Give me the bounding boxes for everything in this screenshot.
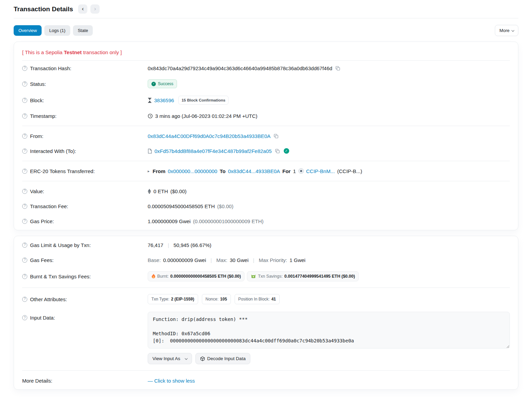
transaction-fee-amount: 0.000050945000458505 ETH — [148, 203, 215, 209]
help-icon[interactable]: ? — [22, 189, 27, 194]
help-icon[interactable]: ? — [22, 243, 27, 248]
copy-icon[interactable] — [274, 149, 281, 154]
transfer-from-address-link[interactable]: 0x000000...00000000 — [168, 168, 217, 174]
transfer-from-label: From — [153, 168, 166, 174]
help-icon[interactable]: ? — [22, 258, 27, 263]
transaction-fee-usd: ($0.00) — [217, 203, 234, 209]
help-glyph: ? — [24, 258, 26, 262]
view-input-as-label: View Input As — [152, 356, 180, 361]
decode-input-data-label: Decode Input Data — [207, 356, 246, 361]
transfer-to-label: To — [220, 168, 225, 174]
view-input-as-button[interactable]: View Input As — [148, 353, 192, 364]
row-gas-limit-usage: ? Gas Limit & Usage by Txn: 76,417 | 50,… — [22, 237, 510, 252]
tab-logs[interactable]: Logs (1) — [44, 25, 70, 36]
nonce-value: 105 — [220, 297, 227, 302]
position-value: 41 — [271, 297, 276, 302]
status-value: Success — [158, 81, 173, 86]
gas-max-value: 30 Gwei — [230, 257, 249, 263]
help-icon[interactable]: ? — [22, 315, 27, 320]
help-glyph: ? — [24, 275, 26, 278]
help-glyph: ? — [24, 98, 26, 102]
banner-prefix: [ This is a Sepolia — [22, 49, 64, 55]
status-label: Status: — [30, 81, 46, 87]
help-glyph: ? — [24, 243, 26, 247]
page-header: Transaction Details ‹ › — [14, 0, 518, 18]
row-status: ? Status: ✓ Success — [22, 76, 510, 92]
copy-icon[interactable] — [273, 134, 279, 139]
status-badge: ✓ Success — [148, 79, 177, 88]
divider — [22, 126, 510, 126]
next-transaction-button[interactable]: › — [90, 4, 100, 14]
row-gas-fees: ? Gas Fees: Base: 0.000000009 Gwei | Max… — [22, 252, 510, 267]
chevron-right-icon: › — [94, 6, 96, 12]
row-burnt-savings: ? Burnt & Txn Savings Fees: Burnt: 0.000… — [22, 267, 510, 285]
help-glyph: ? — [24, 204, 26, 208]
erc20-transfers-label: ERC-20 Tokens Transferred: — [30, 168, 95, 174]
tab-state[interactable]: State — [73, 25, 93, 36]
contract-address-link[interactable]: 0xFd57b4ddBf88a4e07fF4e34C487b99af2Fe82a… — [154, 148, 272, 154]
burnt-label: Burnt: — [157, 274, 168, 279]
help-glyph: ? — [24, 114, 26, 118]
check-circle-icon: ✓ — [151, 82, 156, 86]
divider — [22, 181, 510, 181]
more-button[interactable]: More — [495, 25, 518, 36]
gas-priority-value: 1 Gwei — [290, 257, 306, 263]
help-icon[interactable]: ? — [22, 113, 27, 119]
help-glyph: ? — [24, 316, 26, 320]
row-value: ? Value: 0 ETH ($0.00) — [22, 184, 510, 199]
input-data-textarea[interactable]: Function: drip(address token) *** Method… — [148, 312, 510, 349]
row-input-data: ? Input Data: Function: drip(address tok… — [22, 308, 510, 368]
transaction-hash-label: Transaction Hash: — [30, 65, 71, 71]
separator: | — [253, 257, 254, 263]
token-symbol: (CCIP-B...) — [337, 168, 362, 174]
input-data-actions: View Input As Decode Input Data — [148, 353, 510, 364]
gas-price-eth: (0.000000001000000009 ETH) — [193, 218, 264, 224]
other-attributes-label: Other Attributes: — [30, 296, 67, 302]
value-label: Value: — [30, 188, 44, 194]
caret-right-icon: ▸ — [148, 169, 150, 173]
verified-check-icon: ✓ — [284, 148, 289, 154]
from-address-link[interactable]: 0x83dC44a4C00DFf69d0A0c7c94B20b53a4933BE… — [148, 133, 270, 139]
help-icon[interactable]: ? — [22, 204, 27, 209]
row-erc20-transfers: ? ERC-20 Tokens Transferred: ▸ From 0x00… — [22, 164, 510, 179]
decode-input-data-button[interactable]: Decode Input Data — [195, 353, 251, 364]
timestamp-value: 3 mins ago (Jul-06-2023 01:02:24 PM +UTC… — [155, 113, 257, 119]
block-number-link[interactable]: 3836596 — [154, 97, 174, 103]
help-icon[interactable]: ? — [22, 134, 27, 139]
value-amount: 0 ETH — [153, 188, 168, 194]
testnet-banner: [ This is a Sepolia Testnet transaction … — [22, 43, 510, 61]
show-less-toggle-link[interactable]: — Click to show less — [148, 378, 195, 384]
help-icon[interactable]: ? — [22, 274, 27, 279]
txn-savings-badge: Txn Savings: 0.001477404999541495 ETH ($… — [247, 271, 358, 281]
gas-base-value: 0.000000009 Gwei — [163, 257, 206, 263]
input-data-label: Input Data: — [30, 315, 55, 321]
money-wings-icon — [251, 274, 256, 278]
timestamp-label: Timestamp: — [30, 113, 57, 119]
block-label: Block: — [30, 97, 44, 103]
row-more-details: More Details: — Click to show less — [22, 373, 510, 388]
details-card: ? Gas Limit & Usage by Txn: 76,417 | 50,… — [14, 236, 518, 390]
prev-transaction-button[interactable]: ‹ — [78, 4, 87, 14]
help-icon[interactable]: ? — [22, 169, 27, 174]
help-icon[interactable]: ? — [22, 297, 27, 302]
help-icon[interactable]: ? — [22, 81, 27, 87]
copy-icon[interactable] — [335, 66, 341, 71]
tab-overview[interactable]: Overview — [14, 25, 42, 36]
help-icon[interactable]: ? — [22, 149, 27, 154]
help-icon[interactable]: ? — [22, 98, 27, 103]
clock-icon — [148, 113, 153, 119]
row-other-attributes: ? Other Attributes: Txn Type: 2 (EIP-155… — [22, 290, 510, 308]
transfer-to-address-link[interactable]: 0x83dC44...4933BE0A — [228, 168, 280, 174]
gas-max-label: Max: — [216, 257, 227, 263]
txn-savings-label: Txn Savings: — [258, 274, 282, 279]
token-name-link[interactable]: CCIP-BnM... — [306, 168, 335, 174]
separator: | — [210, 257, 212, 263]
help-icon[interactable]: ? — [22, 219, 27, 224]
page-title: Transaction Details — [14, 5, 73, 13]
help-icon[interactable]: ? — [22, 66, 27, 71]
hourglass-icon — [148, 98, 152, 103]
position-label: Position In Block: — [238, 297, 270, 302]
transaction-fee-label: Transaction Fee: — [30, 203, 68, 209]
row-timestamp: ? Timestamp: 3 mins ago (Jul-06-2023 01:… — [22, 108, 510, 123]
divider — [22, 370, 510, 371]
